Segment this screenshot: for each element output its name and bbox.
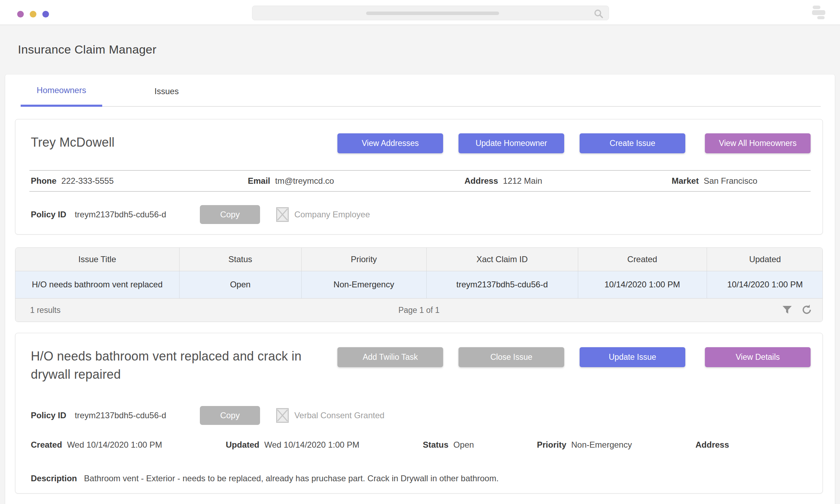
policy-id-value: treym2137bdh5-cdu56-d [75, 210, 166, 219]
view-all-homeowners-button[interactable]: View All Homeowners [705, 133, 811, 153]
homeowner-card: Trey McDowell View Addresses Update Home… [15, 119, 823, 234]
verbal-consent-checkbox[interactable] [276, 408, 289, 423]
main-panel: Homeowners Issues Trey McDowell View Add… [5, 75, 835, 504]
cell-xact-claim-id[interactable]: treym2137bdh5-cdu56-d [426, 271, 578, 298]
tab-bar: Homeowners Issues [21, 75, 821, 107]
copy-policy-id-button[interactable]: Copy [200, 205, 260, 224]
cell-updated[interactable]: 10/14/2020 1:00 PM [707, 271, 823, 298]
email-field: Emailtm@treymcd.co [248, 176, 464, 186]
table-footer: 1 results Page 1 of 1 [15, 298, 822, 322]
market-field: MarketSan Francisco [672, 176, 822, 186]
table-row[interactable]: H/O needs bathroom vent replaced Open No… [15, 271, 823, 298]
copy-policy-id-button[interactable]: Copy [200, 406, 260, 425]
issue-policy-row: Policy ID treym2137bdh5-cdu56-d Copy Ver… [15, 406, 822, 425]
policy-id-label: Policy ID [31, 411, 66, 420]
phone-field: Phone222-333-5555 [31, 176, 248, 186]
cell-created[interactable]: 10/14/2020 1:00 PM [578, 271, 707, 298]
address-bar[interactable] [252, 6, 609, 20]
browser-topbar [0, 0, 840, 25]
col-updated: Updated [707, 248, 823, 271]
policy-id-value: treym2137bdh5-cdu56-d [75, 411, 166, 420]
window-dot-indigo[interactable] [42, 11, 49, 18]
divider [29, 191, 811, 192]
verbal-consent-label: Verbal Consent Granted [294, 411, 385, 420]
updated-field: UpdatedWed 10/14/2020 1:00 PM [226, 440, 423, 450]
add-twilio-task-button[interactable]: Add Twilio Task [337, 347, 443, 367]
priority-field: PriorityNon-Emergency [537, 440, 695, 450]
search-icon[interactable] [593, 8, 604, 20]
col-xact-claim-id: Xact Claim ID [426, 248, 578, 271]
view-addresses-button[interactable]: View Addresses [337, 133, 443, 153]
company-employee-label: Company Employee [294, 210, 370, 219]
description-value: Bathroom vent - Exterior - needs to be r… [84, 474, 499, 483]
cell-priority[interactable]: Non-Emergency [301, 271, 426, 298]
col-priority: Priority [301, 248, 426, 271]
window-dot-yellow[interactable] [30, 11, 36, 18]
description-label: Description [31, 474, 77, 483]
close-issue-button[interactable]: Close Issue [458, 347, 564, 367]
create-issue-button[interactable]: Create Issue [580, 133, 685, 153]
col-created: Created [578, 248, 707, 271]
window-dot-purple[interactable] [17, 11, 24, 18]
issue-meta-row: CreatedWed 10/14/2020 1:00 PM UpdatedWed… [15, 436, 822, 453]
tab-issues[interactable]: Issues [132, 75, 202, 107]
col-issue-title: Issue Title [15, 248, 179, 271]
col-status: Status [179, 248, 301, 271]
cell-issue-title[interactable]: H/O needs bathroom vent replaced [15, 271, 179, 298]
issues-table: Issue Title Status Priority Xact Claim I… [15, 247, 823, 322]
page-title: Insurance Claim Manager [18, 41, 840, 58]
browser-extensions-icon[interactable] [812, 6, 826, 20]
homeowner-policy-row: Policy ID treym2137bdh5-cdu56-d Copy Com… [15, 205, 822, 224]
window-controls [17, 11, 49, 18]
address-field: Address1212 Main [464, 176, 672, 186]
created-field: CreatedWed 10/14/2020 1:00 PM [31, 440, 226, 450]
url-placeholder-bar [366, 12, 499, 15]
update-homeowner-button[interactable]: Update Homeowner [458, 133, 564, 153]
page-indicator: Page 1 of 1 [15, 306, 822, 315]
tab-homeowners[interactable]: Homeowners [21, 75, 102, 107]
company-employee-checkbox[interactable] [276, 207, 289, 222]
issue-description-row: Description Bathroom vent - Exterior - n… [15, 474, 822, 483]
issue-card: H/O needs bathroom vent replaced and cra… [15, 333, 823, 493]
homeowner-name: Trey McDowell [31, 133, 114, 152]
view-details-button[interactable]: View Details [705, 347, 811, 367]
issue-address-field: Address [695, 440, 822, 450]
update-issue-button[interactable]: Update Issue [580, 347, 685, 367]
issue-title: H/O needs bathroom vent replaced and cra… [31, 347, 337, 384]
homeowner-fields-row: Phone222-333-5555 Emailtm@treymcd.co Add… [15, 171, 822, 191]
status-field: StatusOpen [423, 440, 537, 450]
cell-status[interactable]: Open [179, 271, 301, 298]
table-header-row: Issue Title Status Priority Xact Claim I… [15, 248, 823, 271]
policy-id-label: Policy ID [31, 210, 66, 219]
